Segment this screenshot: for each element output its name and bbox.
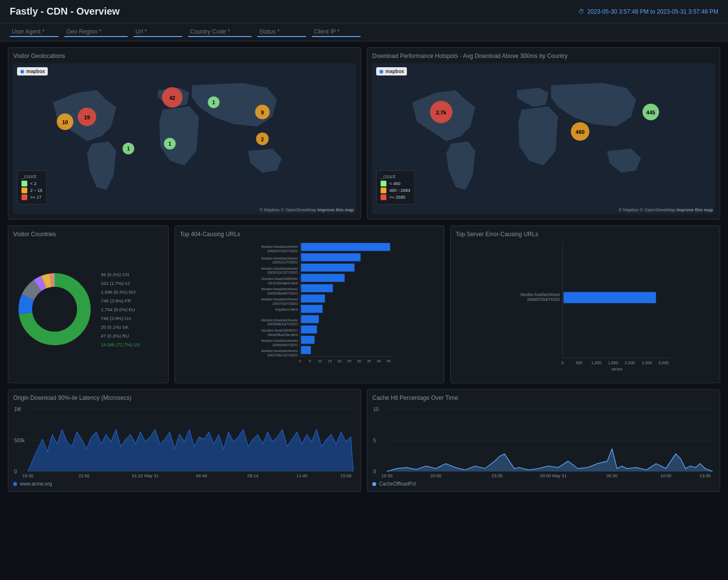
svg-text:2,500: 2,500 bbox=[642, 360, 652, 365]
latency-legend: www.acme.org bbox=[13, 481, 356, 486]
top-server-error-panel: Top Server Error-Causing URLs /london.fo… bbox=[450, 225, 720, 383]
svg-text:45: 45 bbox=[386, 359, 391, 363]
svg-text:09/a29ba19a.html: 09/a29ba19a.html bbox=[268, 333, 298, 337]
svg-text:2007/03/TODO: 2007/03/TODO bbox=[272, 301, 298, 306]
svg-text:9: 9 bbox=[261, 110, 264, 115]
latency-svg: 1M 500k 0 18:30 21:56 01:22 May 31 04:48… bbox=[13, 405, 356, 478]
donut-labels: 45 (0.2%) CN 321 (1.7%) A1 1,596 (8.3%) … bbox=[101, 270, 163, 349]
visitor-countries-panel: Visitor Countries bbox=[8, 225, 169, 383]
svg-rect-41 bbox=[301, 325, 317, 333]
svg-text:40: 40 bbox=[377, 359, 381, 363]
server-error-bars-svg: /london.food/archives/ 2006/07/04/TODO 0… bbox=[456, 242, 715, 378]
svg-rect-42 bbox=[301, 336, 315, 344]
cache-svg: 10 5 0 16:30 20:00 23:30 03:00 May 31 06… bbox=[372, 405, 715, 478]
svg-text:/london.food/archives/: /london.food/archives/ bbox=[261, 266, 298, 271]
svg-rect-33 bbox=[301, 243, 390, 251]
svg-text:23:30: 23:30 bbox=[492, 473, 503, 478]
country-code-input[interactable] bbox=[188, 27, 251, 37]
cache-hit-title: Cache Hit Percentage Over Time bbox=[372, 394, 715, 401]
geo-region-input[interactable] bbox=[64, 27, 128, 37]
world-map-svg: 10 19 42 1 9 2 bbox=[13, 63, 356, 214]
svg-text:5: 5 bbox=[373, 438, 376, 443]
status-input[interactable] bbox=[257, 27, 306, 37]
svg-text:10:00: 10:00 bbox=[660, 473, 671, 478]
filter-status bbox=[257, 27, 306, 37]
svg-text:03:00 May 31: 03:00 May 31 bbox=[540, 473, 567, 478]
visitor-geolocations-map[interactable]: 10 19 42 1 9 2 bbox=[13, 63, 356, 214]
svg-text:04:48: 04:48 bbox=[196, 473, 207, 478]
server-error-chart: /london.food/archives/ 2006/07/04/TODO 0… bbox=[456, 242, 715, 378]
svg-text:2006/07/04/TODO: 2006/07/04/TODO bbox=[527, 297, 560, 302]
svg-text:1,500: 1,500 bbox=[608, 360, 618, 365]
svg-rect-35 bbox=[301, 263, 355, 271]
svg-text:/london.food/archives/: /london.food/archives/ bbox=[261, 318, 298, 322]
header: Fastly - CDN - Overview ⏱ 2023-05-30 3:5… bbox=[0, 0, 728, 23]
cache-legend-dot bbox=[372, 482, 376, 486]
hotspots-map-svg: 2.7k 460 445 bbox=[372, 63, 715, 214]
svg-rect-39 bbox=[301, 305, 323, 313]
svg-text:500: 500 bbox=[576, 360, 583, 365]
map-attribution-2: © Mapbox © OpenStreetMap Improve this ma… bbox=[619, 207, 713, 212]
svg-text:20:00: 20:00 bbox=[430, 473, 441, 478]
origin-latency-panel: Origin Download 90%-ile Latency (Microse… bbox=[8, 389, 361, 492]
svg-text:500k: 500k bbox=[14, 438, 25, 443]
svg-text:10: 10 bbox=[318, 359, 322, 363]
svg-text:18:30: 18:30 bbox=[22, 473, 34, 478]
svg-text:10: 10 bbox=[62, 119, 68, 125]
svg-text:3,000: 3,000 bbox=[658, 360, 669, 365]
client-ip-input[interactable] bbox=[312, 27, 361, 37]
svg-rect-43 bbox=[301, 346, 311, 354]
download-hotspots-panel: Download Performance Hotspots - Avg Down… bbox=[367, 47, 720, 220]
svg-text:0: 0 bbox=[561, 360, 564, 365]
origin-latency-chart: 1M 500k 0 18:30 21:56 01:22 May 31 04:48… bbox=[13, 405, 356, 478]
cache-legend-label: CacheOffloadPct bbox=[379, 481, 416, 486]
svg-text:/mp3box.html: /mp3box.html bbox=[275, 307, 298, 312]
svg-text:/london.food/2005/07/: /london.food/2005/07/ bbox=[262, 328, 298, 333]
visitor-geolocations-title: Visitor Geolocations bbox=[13, 53, 356, 59]
filters-bar bbox=[0, 23, 728, 41]
latency-legend-dot bbox=[13, 482, 17, 486]
svg-text:5: 5 bbox=[309, 359, 311, 363]
filter-country-code bbox=[188, 27, 251, 37]
svg-text:16:30: 16:30 bbox=[382, 473, 393, 478]
svg-text:1M: 1M bbox=[14, 407, 21, 412]
svg-text:2003/08/14/TODO: 2003/08/14/TODO bbox=[267, 322, 298, 326]
url-input[interactable] bbox=[134, 27, 182, 37]
svg-text:/london.food/archives/: /london.food/archives/ bbox=[520, 292, 560, 297]
svg-rect-36 bbox=[301, 274, 345, 281]
svg-text:/london.food/archives/: /london.food/archives/ bbox=[261, 256, 298, 261]
download-hotspots-map[interactable]: 2.7k 460 445 ◉ mapbox _count < 460 460 -… bbox=[372, 63, 715, 214]
maps-row: Visitor Geolocations bbox=[8, 47, 720, 220]
svg-text:15: 15 bbox=[327, 359, 332, 363]
svg-text:/london.food/2006/04/: /london.food/2006/04/ bbox=[262, 277, 298, 281]
svg-text:2005/09/TODO: 2005/09/TODO bbox=[272, 343, 298, 347]
svg-text:460: 460 bbox=[575, 129, 584, 135]
top-404-title: Top 404-Causing URLs bbox=[180, 231, 439, 238]
svg-text:errors: errors bbox=[612, 367, 623, 372]
svg-text:08:14: 08:14 bbox=[248, 473, 259, 478]
svg-text:2,000: 2,000 bbox=[625, 360, 635, 365]
svg-rect-79 bbox=[563, 292, 656, 303]
geo-map-legend: _count < 2 2 – 16 >= 17 bbox=[17, 170, 47, 205]
svg-rect-40 bbox=[301, 315, 319, 323]
svg-text:1: 1 bbox=[127, 146, 130, 151]
donut-chart bbox=[13, 268, 96, 352]
svg-text:0: 0 bbox=[299, 359, 301, 363]
svg-text:1: 1 bbox=[212, 100, 215, 105]
time-range-text: 2023-05-30 3:57:48 PM to 2023-05-31 3:57… bbox=[587, 8, 718, 15]
svg-text:15:06: 15:06 bbox=[341, 473, 352, 478]
time-series-row: Origin Download 90%-ile Latency (Microse… bbox=[8, 389, 720, 492]
svg-text:13:30: 13:30 bbox=[700, 473, 711, 478]
svg-text:2: 2 bbox=[261, 137, 264, 142]
svg-text:445: 445 bbox=[646, 110, 655, 115]
filter-geo-region bbox=[64, 27, 128, 37]
svg-text:25: 25 bbox=[347, 359, 352, 363]
user-agent-input[interactable] bbox=[10, 27, 58, 37]
svg-text:1,000: 1,000 bbox=[591, 360, 601, 365]
svg-text:42: 42 bbox=[169, 95, 175, 101]
latency-legend-label: www.acme.org bbox=[20, 481, 52, 486]
svg-text:/london.food/archives/: /london.food/archives/ bbox=[261, 349, 298, 353]
svg-text:25/2c994ab3.html: 25/2c994ab3.html bbox=[268, 281, 298, 285]
404-bars-svg: /london.food/archives/ 2006/07/04/TODO /… bbox=[180, 242, 439, 368]
cache-hit-panel: Cache Hit Percentage Over Time 10 5 0 16… bbox=[367, 389, 720, 492]
